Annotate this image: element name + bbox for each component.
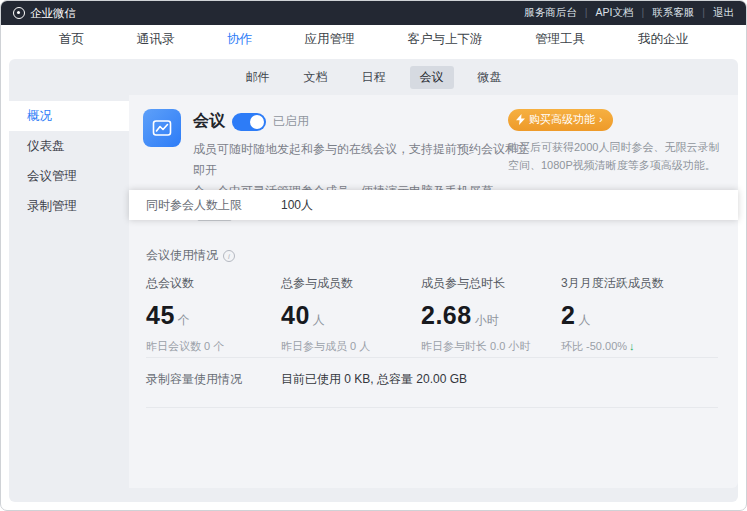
topbar: 企业微信 服务商后台 API文档 联系客服 退出 (1, 1, 746, 25)
nav-item-my-company[interactable]: 我的企业 (638, 31, 688, 48)
stat-unit: 人 (313, 312, 325, 329)
toggle-knob (250, 115, 264, 129)
tab-docs[interactable]: 文档 (294, 66, 338, 89)
nav-item-app-management[interactable]: 应用管理 (305, 31, 355, 48)
stat-value: 2.68 (421, 301, 472, 330)
stat-value: 2 (561, 301, 575, 330)
topbar-link-api-docs[interactable]: API文档 (577, 6, 634, 20)
stat-value: 40 (281, 301, 310, 330)
usage-title-text: 会议使用情况 (146, 247, 218, 264)
wecom-admin-window: 企业微信 服务商后台 API文档 联系客服 退出 首页 通讯录 协作 应用管理 … (0, 0, 747, 511)
nav-item-collaboration[interactable]: 协作 (227, 31, 252, 48)
stat-unit: 人 (578, 312, 590, 329)
toggle-status-label: 已启用 (273, 113, 309, 130)
sidebar-item-overview[interactable]: 概况 (9, 101, 129, 131)
stat-monthly-active-members: 3月月度活跃成员数 2 人 环比 -50.00%↓ (561, 275, 718, 354)
nav-item-customers[interactable]: 客户与上下游 (408, 31, 483, 48)
meeting-title-row: 会议 已启用 (193, 111, 309, 132)
nav-item-admin-tools[interactable]: 管理工具 (535, 31, 585, 48)
nav-item-contacts[interactable]: 通讯录 (137, 31, 175, 48)
participant-limit-value: 100人 (281, 197, 313, 214)
topbar-link-provider-console[interactable]: 服务商后台 (524, 6, 577, 20)
stat-total-meetings: 总会议数 45 个 昨日会议数 0 个 (146, 275, 281, 354)
description-line-1: 成员可随时随地发起和参与的在线会议，支持提前预约会议和立即开 (193, 142, 529, 177)
topbar-link-contact-support[interactable]: 联系客服 (634, 6, 695, 20)
info-icon[interactable]: i (223, 250, 235, 262)
sidebar: 概况 仪表盘 会议管理 录制管理 (9, 95, 129, 502)
section-divider (146, 407, 718, 408)
stat-subtext-value: 环比 -50.00% (561, 340, 627, 352)
sidebar-item-dashboard[interactable]: 仪表盘 (9, 131, 129, 161)
main-panel: 会议 已启用 成员可随时随地发起和参与的在线会议，支持提前预约会议和立即开 会，… (129, 95, 738, 488)
buy-premium-button[interactable]: 购买高级功能 › (508, 109, 613, 131)
wecom-logo-icon (13, 7, 25, 19)
stat-label: 总参与成员数 (281, 275, 421, 292)
recording-capacity-row: 录制容量使用情况 目前已使用 0 KB, 总容量 20.00 GB (146, 371, 467, 388)
trend-down-icon: ↓ (629, 340, 635, 352)
stat-subtext: 昨日参与时长 0.0 小时 (421, 339, 561, 354)
usage-section-title: 会议使用情况 i (146, 247, 235, 264)
stat-subtext: 昨日会议数 0 个 (146, 339, 281, 354)
stat-label: 成员参与总时长 (421, 275, 561, 292)
stat-unit: 小时 (475, 312, 499, 329)
tab-mail[interactable]: 邮件 (236, 66, 280, 89)
module-tabs: 邮件 文档 日程 会议 微盘 (9, 59, 738, 95)
stat-subtext: 昨日参与成员 0 人 (281, 339, 421, 354)
main-nav: 首页 通讯录 协作 应用管理 客户与上下游 管理工具 我的企业 (1, 25, 746, 53)
topbar-link-logout[interactable]: 退出 (694, 6, 734, 20)
premium-promo: 购买高级功能 › 购买后可获得2000人同时参会、无限云录制空间、1080P视频… (508, 109, 722, 174)
sidebar-item-meeting-management[interactable]: 会议管理 (9, 161, 129, 191)
brand[interactable]: 企业微信 (13, 6, 76, 21)
buy-premium-label: 购买高级功能 (529, 112, 595, 127)
section-divider (146, 357, 718, 358)
usage-stats-grid: 总会议数 45 个 昨日会议数 0 个 总参与成员数 40 人 昨日参与成员 0… (146, 275, 718, 354)
stat-subtext: 环比 -50.00%↓ (561, 339, 718, 354)
sidebar-item-recording-management[interactable]: 录制管理 (9, 191, 129, 221)
stat-label: 总会议数 (146, 275, 281, 292)
participant-limit-row: 同时参会人数上限 100人 (129, 190, 738, 220)
chevron-right-icon: › (599, 114, 603, 125)
stat-value: 45 (146, 301, 175, 330)
nav-item-home[interactable]: 首页 (59, 31, 84, 48)
premium-promo-text: 购买后可获得2000人同时参会、无限云录制空间、1080P视频清晰度等多项高级功… (508, 139, 722, 174)
recording-capacity-value: 目前已使用 0 KB, 总容量 20.00 GB (281, 371, 467, 388)
stat-label: 3月月度活跃成员数 (561, 275, 718, 292)
stat-total-duration: 成员参与总时长 2.68 小时 昨日参与时长 0.0 小时 (421, 275, 561, 354)
brand-name: 企业微信 (30, 6, 76, 21)
tab-drive[interactable]: 微盘 (468, 66, 512, 89)
page-title: 会议 (193, 111, 225, 132)
meeting-enabled-toggle[interactable] (232, 113, 266, 131)
tab-calendar[interactable]: 日程 (352, 66, 396, 89)
meeting-app-icon (143, 109, 181, 147)
vip-lightning-icon (516, 114, 525, 125)
tab-meeting[interactable]: 会议 (410, 66, 454, 89)
stat-unit: 个 (178, 312, 190, 329)
participant-limit-label: 同时参会人数上限 (146, 197, 281, 214)
recording-capacity-label: 录制容量使用情况 (146, 371, 281, 388)
content-container: 邮件 文档 日程 会议 微盘 概况 仪表盘 会议管理 录制管理 会议 (9, 59, 738, 502)
stat-total-participants: 总参与成员数 40 人 昨日参与成员 0 人 (281, 275, 421, 354)
topbar-links: 服务商后台 API文档 联系客服 退出 (524, 6, 734, 20)
